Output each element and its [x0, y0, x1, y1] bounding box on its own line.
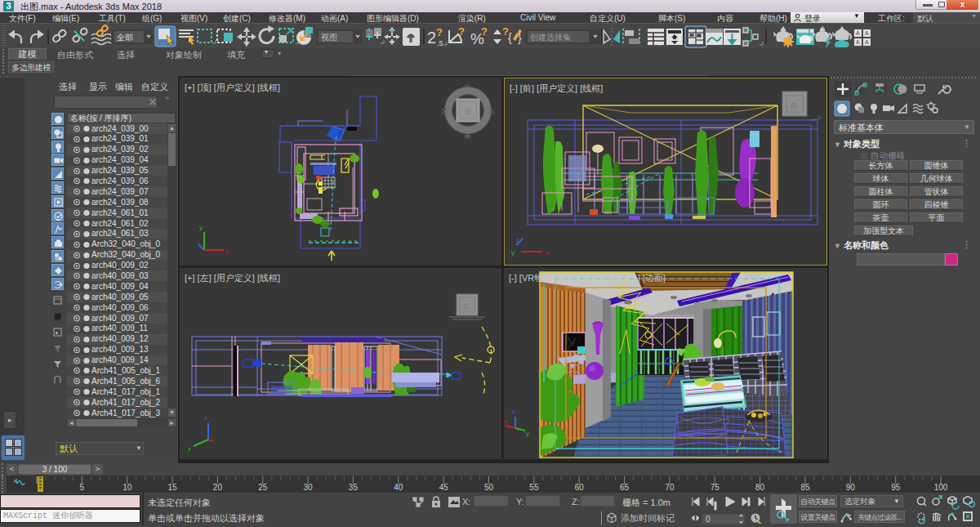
svg-text:2: 2	[427, 29, 436, 47]
svg-text:北: 北	[463, 84, 470, 92]
svg-text:95: 95	[891, 483, 901, 492]
svg-text:55: 55	[529, 483, 539, 492]
svg-text:50: 50	[484, 483, 494, 492]
svg-text:东: 东	[488, 108, 495, 115]
svg-text:前: 前	[791, 101, 798, 109]
svg-text:全部: 全部	[116, 33, 133, 42]
svg-text:0: 0	[706, 515, 710, 524]
svg-text:y: y	[199, 224, 203, 231]
svg-text:顶: 顶	[464, 108, 471, 116]
svg-text:85: 85	[800, 483, 810, 492]
svg-text:25: 25	[258, 483, 268, 492]
svg-text:西: 西	[441, 108, 448, 115]
svg-text:80: 80	[755, 483, 765, 492]
svg-text:x: x	[225, 248, 229, 255]
svg-text:65: 65	[620, 483, 630, 492]
svg-text:60: 60	[575, 483, 585, 492]
svg-text:75: 75	[710, 483, 720, 492]
svg-text:?: ?	[481, 25, 488, 38]
svg-text:x: x	[188, 445, 191, 453]
svg-text:35: 35	[349, 483, 359, 492]
svg-text:创建选择集: 创建选择集	[530, 33, 571, 42]
svg-text:z: z	[516, 236, 519, 243]
svg-text:?: ?	[436, 26, 443, 38]
svg-text:A: A	[865, 39, 869, 45]
svg-text:A: A	[856, 30, 860, 36]
svg-text:40: 40	[394, 483, 403, 492]
svg-text:?: ?	[458, 25, 465, 38]
svg-text:10: 10	[122, 483, 132, 492]
svg-text:100: 100	[934, 483, 948, 492]
svg-text:20: 20	[213, 483, 223, 492]
svg-text:15: 15	[168, 483, 178, 492]
svg-text:5: 5	[80, 483, 85, 492]
svg-text:y: y	[526, 430, 529, 437]
svg-text:A: A	[865, 30, 869, 36]
svg-text:y: y	[511, 248, 515, 257]
svg-text:.5: .5	[437, 39, 443, 47]
svg-text:z: z	[204, 414, 207, 422]
svg-text:南: 南	[464, 132, 471, 140]
svg-text:视图: 视图	[321, 33, 337, 42]
svg-text:{: {	[508, 31, 512, 44]
svg-text:左: 左	[462, 302, 470, 310]
svg-text:x: x	[504, 418, 507, 425]
svg-text:A: A	[856, 39, 860, 45]
svg-text:z: z	[512, 408, 515, 415]
svg-text:x: x	[546, 249, 549, 257]
svg-text:45: 45	[439, 483, 449, 492]
svg-text:90: 90	[846, 483, 856, 492]
svg-text:70: 70	[665, 483, 675, 492]
svg-text:30: 30	[304, 483, 314, 492]
